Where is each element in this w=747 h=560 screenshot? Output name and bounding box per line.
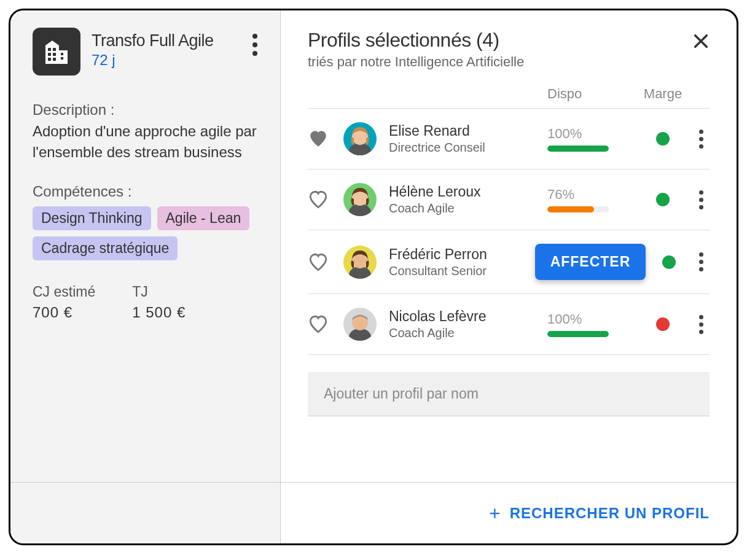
svg-rect-4	[48, 53, 51, 56]
avatar[interactable]	[343, 122, 377, 155]
svg-rect-3	[53, 48, 56, 51]
avatar[interactable]	[343, 183, 377, 216]
svg-rect-9	[61, 57, 63, 60]
project-days[interactable]: 72 j	[92, 52, 241, 69]
profile-row[interactable]: Hélène LerouxCoach Agile76%	[308, 169, 710, 230]
heart-outline-icon[interactable]	[308, 252, 329, 273]
svg-rect-7	[53, 58, 56, 61]
profile-name: Nicolas Lefèvre	[389, 308, 547, 325]
profile-role: Coach Agile	[389, 326, 547, 340]
list-header: Dispo Marge	[308, 81, 710, 109]
marge-status-dot	[656, 317, 670, 331]
dispo-bar	[547, 206, 609, 212]
tj-value: 1 500 €	[132, 304, 186, 321]
row-menu-icon[interactable]	[692, 252, 710, 271]
left-footer	[10, 482, 280, 543]
profiles-panel: Profils sélectionnés (4) triés par notre…	[281, 10, 737, 543]
profile-name: Elise Renard	[389, 123, 547, 139]
profile-list: Elise RenardDirectrice Conseil100% Hélèn…	[308, 109, 710, 355]
profile-role: Directrice Conseil	[389, 141, 547, 155]
project-title: Transfo Full Agile	[92, 31, 241, 50]
right-footer: + RECHERCHER UN PROFIL	[281, 482, 737, 543]
tj-label: TJ	[132, 284, 186, 300]
search-profile-label: RECHERCHER UN PROFIL	[510, 505, 710, 522]
col-dispo-header: Dispo	[547, 86, 582, 101]
search-profile-button[interactable]: + RECHERCHER UN PROFIL	[489, 504, 710, 523]
profile-row[interactable]: Nicolas LefèvreCoach Agile100%	[308, 294, 710, 355]
cj-label: CJ estimé	[33, 284, 95, 300]
avatar[interactable]	[343, 246, 377, 279]
modal-window: Transfo Full Agile 72 j Description : Ad…	[9, 9, 738, 545]
dispo-bar	[547, 331, 609, 337]
svg-rect-2	[48, 48, 51, 51]
description-text: Adoption d'une approche agile par l'ense…	[33, 121, 258, 162]
skill-tag[interactable]: Agile - Lean	[157, 206, 250, 230]
assign-button[interactable]: AFFECTER	[535, 244, 646, 280]
profile-role: Coach Agile	[389, 201, 547, 216]
building-icon	[33, 28, 80, 76]
row-menu-icon[interactable]	[692, 315, 710, 334]
profile-row[interactable]: Elise RenardDirectrice Conseil100%	[308, 109, 710, 169]
profile-name: Frédéric Perron	[389, 246, 547, 263]
profile-role: Consultant Senior	[389, 264, 547, 278]
project-panel: Transfo Full Agile 72 j Description : Ad…	[10, 10, 281, 543]
avatar[interactable]	[343, 308, 377, 341]
svg-rect-5	[53, 53, 56, 56]
marge-status-dot	[662, 255, 676, 269]
description-label: Description :	[33, 101, 258, 119]
row-menu-icon[interactable]	[692, 130, 710, 149]
skill-tag[interactable]: Design Thinking	[33, 206, 151, 230]
svg-rect-0	[45, 45, 59, 64]
panel-title: Profils sélectionnés (4)	[308, 29, 524, 52]
skill-tag[interactable]: Cadrage stratégique	[33, 236, 178, 260]
row-menu-icon[interactable]	[692, 190, 710, 209]
cj-value: 700 €	[33, 304, 95, 321]
add-profile-input[interactable]	[308, 372, 710, 416]
skills-label: Compétences :	[33, 183, 258, 200]
dispo-percent: 100%	[547, 311, 633, 327]
svg-rect-6	[48, 58, 51, 61]
svg-marker-10	[45, 41, 59, 45]
marge-status-dot	[656, 132, 670, 146]
close-icon[interactable]	[692, 29, 710, 53]
profile-row[interactable]: Frédéric PerronConsultant SeniorAFFECTER	[308, 230, 710, 294]
plus-icon: +	[489, 504, 501, 523]
heart-outline-icon[interactable]	[308, 314, 329, 335]
profile-name: Hélène Leroux	[389, 184, 547, 200]
dispo-percent: 100%	[547, 126, 633, 142]
marge-status-dot	[656, 193, 670, 206]
heart-outline-icon[interactable]	[308, 189, 329, 210]
heart-filled-icon[interactable]	[308, 128, 329, 149]
svg-rect-8	[61, 53, 63, 55]
dispo-percent: 76%	[547, 187, 633, 203]
dispo-bar	[547, 146, 609, 152]
skill-tags: Design ThinkingAgile - LeanCadrage strat…	[33, 206, 258, 260]
project-menu-icon[interactable]	[252, 28, 258, 56]
col-marge-header: Marge	[644, 86, 682, 101]
panel-subtitle: triés par notre Intelligence Artificiell…	[308, 54, 524, 70]
